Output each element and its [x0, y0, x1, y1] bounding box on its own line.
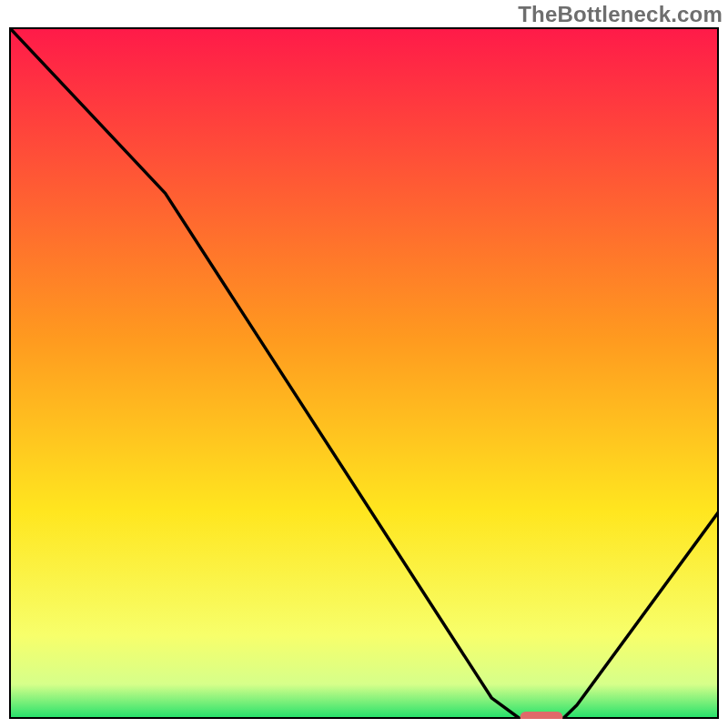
- optimal-marker: [521, 712, 563, 719]
- gradient-background: [9, 27, 719, 719]
- watermark-text: TheBottleneck.com: [518, 2, 723, 27]
- chart-canvas: TheBottleneck.com: [0, 0, 728, 728]
- plot-frame: [9, 27, 719, 719]
- chart-svg: [9, 27, 719, 719]
